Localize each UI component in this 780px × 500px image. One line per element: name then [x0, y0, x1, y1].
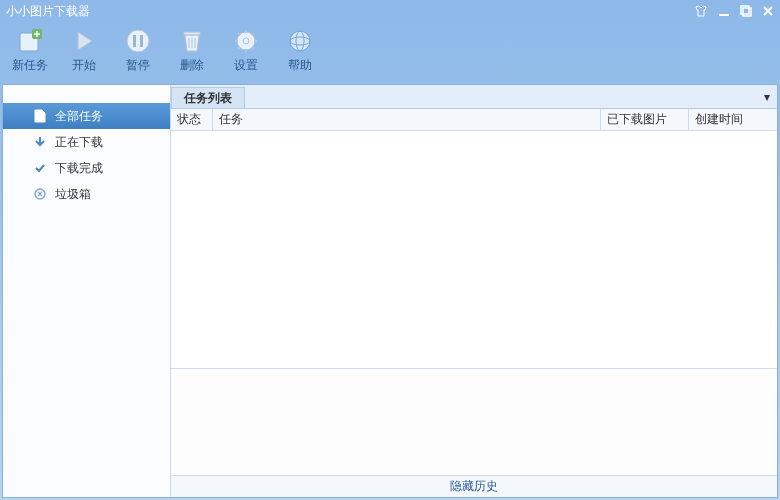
delete-button[interactable]: 删除: [172, 27, 212, 74]
play-icon: [70, 27, 98, 55]
delete-label: 删除: [180, 57, 204, 74]
tab-label: 任务列表: [184, 90, 232, 107]
hide-history-button[interactable]: 隐藏历史: [171, 475, 777, 497]
col-downloaded[interactable]: 已下载图片: [601, 109, 689, 130]
main-panel: 任务列表 ▾ 状态 任务 已下载图片 创建时间 隐藏历史: [171, 85, 777, 497]
task-list-area: [171, 131, 777, 369]
start-button[interactable]: 开始: [64, 27, 104, 74]
start-label: 开始: [72, 57, 96, 74]
document-icon: [33, 109, 47, 123]
sidebar-label: 全部任务: [55, 108, 103, 125]
globe-icon: [286, 27, 314, 55]
svg-line-17: [238, 47, 240, 49]
trash-icon: [178, 27, 206, 55]
sidebar-item-completed[interactable]: 下载完成: [3, 155, 170, 181]
hide-history-label: 隐藏历史: [450, 478, 498, 495]
col-status[interactable]: 状态: [171, 109, 213, 130]
sidebar-item-trash[interactable]: 垃圾箱: [3, 181, 170, 207]
svg-line-18: [252, 33, 254, 35]
new-task-icon: [16, 27, 44, 55]
svg-rect-7: [140, 35, 143, 47]
sidebar-item-downloading[interactable]: 正在下载: [3, 129, 170, 155]
svg-line-16: [252, 47, 254, 49]
sidebar-label: 下载完成: [55, 160, 103, 177]
svg-rect-0: [719, 14, 729, 16]
tab-dropdown[interactable]: ▾: [757, 85, 777, 108]
window-title: 小小图片下载器: [6, 3, 694, 20]
minimize-icon[interactable]: [718, 5, 730, 17]
col-created[interactable]: 创建时间: [689, 109, 777, 130]
svg-rect-1: [741, 6, 749, 14]
pause-icon: [124, 27, 152, 55]
toolbar: 新任务 开始 暂停 删除 设置 帮助: [0, 22, 780, 82]
chevron-down-icon: ▾: [764, 90, 770, 104]
delete-circle-icon: [33, 187, 47, 201]
settings-button[interactable]: 设置: [226, 27, 266, 74]
pause-button[interactable]: 暂停: [118, 27, 158, 74]
col-task[interactable]: 任务: [213, 109, 601, 130]
help-label: 帮助: [288, 57, 312, 74]
svg-rect-8: [184, 32, 200, 35]
tab-row: 任务列表 ▾: [171, 85, 777, 109]
svg-rect-6: [133, 35, 136, 47]
title-bar: 小小图片下载器: [0, 0, 780, 22]
svg-point-5: [127, 30, 149, 52]
sidebar-label: 垃圾箱: [55, 186, 91, 203]
column-headers: 状态 任务 已下载图片 创建时间: [171, 109, 777, 131]
tab-task-list[interactable]: 任务列表: [171, 87, 245, 108]
sidebar: 全部任务 正在下载 下载完成 垃圾箱: [3, 85, 171, 497]
new-task-button[interactable]: 新任务: [10, 27, 50, 74]
settings-label: 设置: [234, 57, 258, 74]
maximize-icon[interactable]: [740, 5, 752, 17]
check-icon: [33, 161, 47, 175]
new-task-label: 新任务: [12, 57, 48, 74]
help-button[interactable]: 帮助: [280, 27, 320, 74]
svg-line-15: [238, 33, 240, 35]
svg-rect-2: [743, 8, 751, 16]
shirt-icon[interactable]: [694, 5, 708, 17]
history-area: [171, 369, 777, 475]
pause-label: 暂停: [126, 57, 150, 74]
gear-icon: [232, 27, 260, 55]
close-icon[interactable]: [762, 5, 774, 17]
sidebar-item-all-tasks[interactable]: 全部任务: [3, 103, 170, 129]
sidebar-label: 正在下载: [55, 134, 103, 151]
svg-point-19: [290, 31, 310, 51]
download-arrow-icon: [33, 135, 47, 149]
